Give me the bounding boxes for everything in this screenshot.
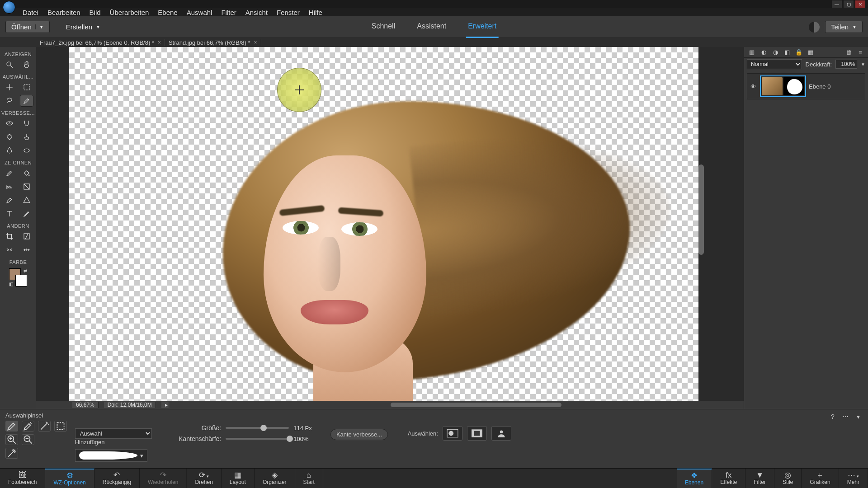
window-maximize[interactable]: ▢ — [844, 0, 854, 8]
panel-menu-icon[interactable]: ≡ — [856, 48, 864, 56]
hardness-slider[interactable] — [226, 438, 289, 440]
whiten-tool[interactable] — [20, 117, 33, 129]
chevron-down-icon[interactable]: ▼ — [861, 62, 865, 67]
layer-row[interactable]: 👁 Ebene 0 — [747, 73, 865, 99]
adjustment-icon[interactable]: ◑ — [771, 48, 779, 56]
create-button[interactable]: Erstellen▼ — [61, 21, 106, 33]
subtract-selection-icon[interactable] — [22, 434, 34, 445]
styles-button[interactable]: ◎Stile — [774, 469, 802, 488]
document-canvas[interactable] — [44, 47, 698, 401]
bucket-tool[interactable] — [20, 167, 33, 179]
crop-tool[interactable] — [3, 230, 16, 242]
trash-icon[interactable]: 🗑 — [844, 48, 853, 56]
chevron-down-icon[interactable]: ▼ — [852, 24, 857, 29]
layer-name[interactable]: Ebene 0 — [809, 83, 830, 90]
opacity-input[interactable] — [835, 60, 857, 69]
eraser-tool[interactable] — [3, 181, 16, 192]
horizontal-scrollbar[interactable] — [175, 402, 744, 408]
menu-bild[interactable]: Bild — [90, 9, 101, 16]
tool-options-button[interactable]: ⚙WZ-Optionen — [45, 469, 94, 488]
zoom-tool[interactable] — [3, 59, 16, 70]
options-menu-icon[interactable]: ⋯ — [841, 412, 850, 421]
hardness-value[interactable]: 100% — [293, 436, 321, 442]
theme-toggle-icon[interactable] — [809, 22, 820, 33]
layer-thumbnails[interactable] — [760, 75, 806, 97]
move-tool[interactable] — [3, 81, 16, 93]
size-slider[interactable] — [226, 427, 289, 429]
close-icon[interactable]: × — [254, 39, 257, 46]
lock-icon[interactable]: 🔒 — [795, 48, 803, 56]
menu-ueberarbeiten[interactable]: Überarbeiten — [110, 9, 149, 16]
tool-variant-auto[interactable] — [54, 421, 67, 432]
redo-button[interactable]: ↷Wiederholen — [140, 469, 187, 488]
window-minimize[interactable]: — — [832, 0, 842, 8]
wand-icon[interactable] — [5, 448, 18, 459]
select-subject-icon[interactable] — [443, 426, 462, 441]
brush-preset-picker[interactable]: ▾ — [75, 449, 147, 462]
visibility-icon[interactable]: 👁 — [749, 83, 757, 90]
hand-tool[interactable] — [20, 59, 33, 70]
chevron-down-icon[interactable]: ▼ — [96, 24, 100, 29]
graphics-button[interactable]: ＋Grafiken — [802, 469, 839, 488]
close-icon[interactable]: × — [158, 39, 161, 46]
menu-ansicht[interactable]: Ansicht — [245, 9, 268, 16]
add-selection-icon[interactable] — [5, 434, 18, 445]
status-menu-icon[interactable]: ▸ — [161, 402, 169, 408]
menu-filter[interactable]: Filter — [221, 9, 236, 16]
tool-variant-magic[interactable] — [38, 421, 51, 432]
sponge-tool[interactable] — [20, 145, 33, 156]
document-tab[interactable]: Frau7_2x.jpg bei 66,7% (Ebene 0, RGB/8) … — [36, 39, 165, 46]
selection-brush-tool[interactable] — [20, 95, 33, 107]
color-swatches[interactable]: ⇄ ◧ — [9, 268, 27, 286]
recompose-tool[interactable] — [20, 230, 33, 242]
vertical-scrollbar[interactable] — [698, 164, 704, 255]
rotate-button[interactable]: ⟳▾Drehen — [187, 469, 221, 488]
default-colors-icon[interactable]: ◧ — [9, 282, 13, 286]
brush-tool[interactable] — [3, 167, 16, 179]
text-tool[interactable] — [3, 208, 16, 220]
refine-edge-button[interactable]: Kante verbesse... — [330, 429, 388, 440]
new-group-icon[interactable]: ◐ — [760, 48, 768, 56]
menu-hilfe[interactable]: Hilfe — [309, 9, 322, 16]
share-button[interactable]: Teilen▼ — [825, 21, 863, 33]
redeye-tool[interactable] — [3, 117, 16, 129]
select-people-icon[interactable] — [491, 426, 511, 441]
more-button[interactable]: ⋯▾Mehr — [839, 469, 868, 488]
open-button[interactable]: Öffnen▼ — [5, 21, 50, 33]
select-background-icon[interactable] — [467, 426, 487, 441]
healing-tool[interactable] — [3, 131, 16, 143]
window-close[interactable]: ✕ — [855, 0, 865, 8]
zoom-level[interactable]: 66,67% — [72, 402, 99, 408]
straighten-tool[interactable] — [20, 244, 33, 256]
swap-colors-icon[interactable]: ⇄ — [24, 268, 27, 273]
start-button[interactable]: ⌂Start — [295, 469, 323, 488]
marquee-tool[interactable] — [20, 81, 33, 93]
collapse-icon[interactable]: ▾ — [854, 412, 863, 421]
gradient-tool[interactable] — [20, 181, 33, 192]
blend-mode-select[interactable]: Normal — [747, 59, 802, 69]
blur-tool[interactable] — [3, 145, 16, 156]
content-aware-tool[interactable] — [3, 244, 16, 256]
tool-variant-brush[interactable] — [5, 421, 18, 432]
layers-panel-button[interactable]: ❖Ebenen — [677, 469, 712, 488]
menu-auswahl[interactable]: Auswahl — [187, 9, 212, 16]
doc-size[interactable]: Dok: 12,0M/16,0M — [104, 402, 156, 408]
menu-bearbeiten[interactable]: Bearbeiten — [47, 9, 80, 16]
photobin-button[interactable]: 🖼Fotobereich — [0, 469, 45, 488]
mode-expert[interactable]: Erweitert — [466, 16, 498, 38]
organizer-button[interactable]: ◈Organizer — [255, 469, 295, 488]
clone-tool[interactable] — [20, 131, 33, 143]
mask-mode-select[interactable]: Auswahl — [75, 428, 152, 439]
chevron-down-icon[interactable]: ▾ — [140, 452, 143, 459]
help-icon[interactable]: ? — [828, 412, 837, 421]
lasso-tool[interactable] — [3, 95, 16, 107]
effects-button[interactable]: fxEffekte — [712, 469, 745, 488]
mask-icon[interactable]: ◧ — [783, 48, 791, 56]
mode-guided[interactable]: Assistent — [415, 16, 448, 38]
layout-button[interactable]: ▦Layout — [222, 469, 255, 488]
document-tab[interactable]: Strand.jpg bei 66,7% (RGB/8) * × — [165, 39, 261, 46]
background-color[interactable] — [15, 275, 27, 286]
size-value[interactable]: 114 Px — [293, 425, 321, 432]
eyedropper-tool[interactable] — [3, 194, 16, 206]
new-layer-icon[interactable]: ▥ — [748, 48, 756, 56]
